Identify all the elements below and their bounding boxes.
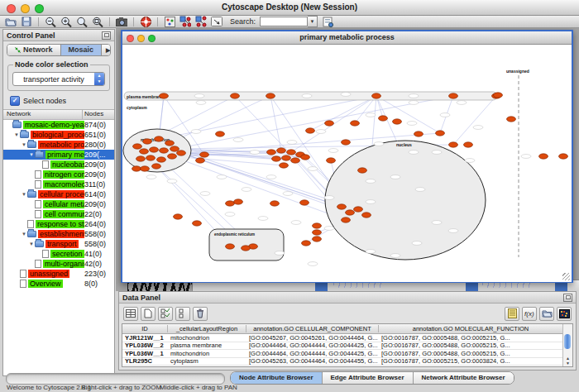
- network-node[interactable]: [157, 157, 166, 162]
- network-node[interactable]: [234, 199, 243, 204]
- network-node[interactable]: [272, 156, 281, 161]
- snapshot-icon[interactable]: [116, 17, 127, 27]
- cell-id[interactable]: YLR295C: [122, 357, 168, 365]
- network-node[interactable]: [464, 142, 473, 147]
- network-node[interactable]: [313, 223, 322, 228]
- network-node[interactable]: [327, 158, 336, 163]
- cell-region[interactable]: mitochondrion: [168, 350, 246, 357]
- network-edge[interactable]: [310, 96, 376, 131]
- cell-id[interactable]: YPL036W__2: [122, 342, 168, 349]
- layout-a-icon[interactable]: [179, 17, 191, 27]
- network-node[interactable]: [302, 241, 311, 246]
- zoom-selected-icon[interactable]: [92, 17, 103, 27]
- network-node[interactable]: [150, 147, 159, 152]
- network-node[interactable]: [393, 119, 402, 124]
- network-node[interactable]: [231, 93, 240, 98]
- cell-id[interactable]: YJR121W__1: [122, 334, 168, 342]
- network-node[interactable]: [193, 221, 202, 226]
- network-node[interactable]: [200, 152, 209, 157]
- delete-attribute-icon[interactable]: [193, 307, 208, 321]
- network-node[interactable]: [196, 158, 205, 163]
- tree-item-biological-process[interactable]: ▼biological_process651(0): [3, 130, 114, 140]
- network-node[interactable]: [436, 131, 445, 136]
- tree-item-cellular-process[interactable]: ▼cellular process614(0): [3, 189, 114, 199]
- scrollbar-thumb[interactable]: [564, 334, 571, 349]
- network-node[interactable]: [140, 149, 149, 154]
- network-node[interactable]: [280, 163, 289, 168]
- network-node[interactable]: [351, 121, 360, 126]
- tree-header-network[interactable]: Network: [3, 110, 83, 119]
- network-node[interactable]: [559, 154, 568, 159]
- cell-id[interactable]: YPL036W__1: [122, 350, 168, 357]
- tree-item-overview[interactable]: Overview8(0): [3, 279, 114, 289]
- tree-item-unassigned[interactable]: unassigned223(0): [3, 269, 114, 279]
- network-node[interactable]: [226, 201, 235, 206]
- help-icon[interactable]: [140, 17, 151, 27]
- network-node[interactable]: [494, 93, 503, 98]
- unselect-attributes-icon[interactable]: [175, 307, 190, 321]
- network-node[interactable]: [301, 155, 310, 160]
- network-node[interactable]: [358, 168, 367, 173]
- region-nucleus[interactable]: [325, 141, 486, 260]
- network-node[interactable]: [155, 136, 164, 141]
- tree-item-nitrogen-compound[interactable]: nitrogen compo209(0): [3, 170, 114, 179]
- float-panel-icon[interactable]: [102, 31, 111, 40]
- select-attributes-icon[interactable]: [158, 307, 173, 321]
- network-edge[interactable]: [172, 156, 346, 220]
- vizmapper-icon[interactable]: [164, 17, 175, 27]
- network-node[interactable]: [300, 200, 309, 205]
- close-button[interactable]: [127, 35, 134, 42]
- tree-item-mosaic-demo-yeast[interactable]: mosaic-demo-yeast874(0): [3, 120, 114, 130]
- titlebar[interactable]: Cytoscape Desktop (New Session): [0, 0, 579, 16]
- tab-overflow-button[interactable]: ▶: [101, 45, 111, 55]
- network-node[interactable]: [266, 93, 275, 98]
- zoom-in-icon[interactable]: [60, 17, 72, 27]
- tree-item-establishment-of-localization[interactable]: ▼establishment of lo558(0): [3, 229, 114, 239]
- network-node[interactable]: [342, 218, 351, 222]
- new-attribute-icon[interactable]: [141, 307, 156, 321]
- network-node[interactable]: [242, 246, 251, 251]
- zoom-button[interactable]: [148, 35, 156, 42]
- scrollbar-arrows[interactable]: ▲▼: [563, 356, 572, 366]
- cell-component[interactable]: [GO:0044464, GO:0044444, GO:0044425, G..…: [246, 350, 379, 357]
- network-node[interactable]: [379, 116, 388, 121]
- attribute-table-icon[interactable]: [123, 307, 138, 321]
- network-node[interactable]: [539, 154, 548, 159]
- tab-mosaic[interactable]: Mosaic: [60, 45, 102, 55]
- cell-function[interactable]: [GO:0016787, GO:0005488, GO:0005215, G..…: [379, 334, 563, 342]
- tree-item-response-to-stimulus[interactable]: response to stimul264(0): [3, 219, 114, 229]
- cell-component[interactable]: [GO:0045263, GO:0044464, GO:0044455, G..…: [246, 357, 379, 365]
- tree-item-primary-metabolic[interactable]: ▼primary metabo209(...: [3, 150, 114, 160]
- annotation-icon[interactable]: [211, 17, 223, 27]
- network-node[interactable]: [306, 128, 315, 133]
- network-node[interactable]: [132, 166, 141, 171]
- column-header-cellular-component[interactable]: annotation.GO CELLULAR_COMPONENT: [246, 325, 379, 332]
- network-node[interactable]: [174, 214, 183, 219]
- network-node[interactable]: [141, 166, 150, 171]
- tab-network[interactable]: Network: [7, 45, 60, 55]
- zoom-fit-icon[interactable]: [76, 17, 88, 27]
- search-config-icon[interactable]: [322, 17, 333, 27]
- network-node[interactable]: [414, 131, 423, 136]
- cell-id[interactable]: YKR052C: [122, 366, 168, 367]
- network-node[interactable]: [267, 150, 276, 155]
- open-file-icon[interactable]: [5, 17, 17, 27]
- tab-edge-attribute-browser[interactable]: Edge Attribute Browser: [322, 372, 413, 384]
- select-nodes-checkbox[interactable]: ✓: [10, 96, 20, 106]
- tree-item-nucleobase[interactable]: nucleobase-209(0): [3, 160, 114, 170]
- network-node[interactable]: [277, 148, 286, 153]
- table-row[interactable]: YLR295Ccytoplasm[GO:0045263, GO:0044464,…: [122, 358, 563, 366]
- node-color-dropdown[interactable]: transporter activity ▲▼: [12, 72, 105, 86]
- network-node[interactable]: [170, 146, 179, 151]
- network-node[interactable]: [133, 144, 142, 149]
- expander-icon[interactable]: ▼: [13, 132, 20, 137]
- network-node[interactable]: [313, 230, 322, 235]
- network-node[interactable]: [146, 155, 156, 160]
- network-node[interactable]: [270, 201, 280, 206]
- network-node[interactable]: [449, 142, 458, 147]
- window-resize-grip[interactable]: [562, 273, 570, 280]
- network-node[interactable]: [136, 156, 146, 161]
- network-node[interactable]: [143, 139, 152, 144]
- network-node[interactable]: [342, 140, 351, 145]
- network-node[interactable]: [226, 244, 235, 249]
